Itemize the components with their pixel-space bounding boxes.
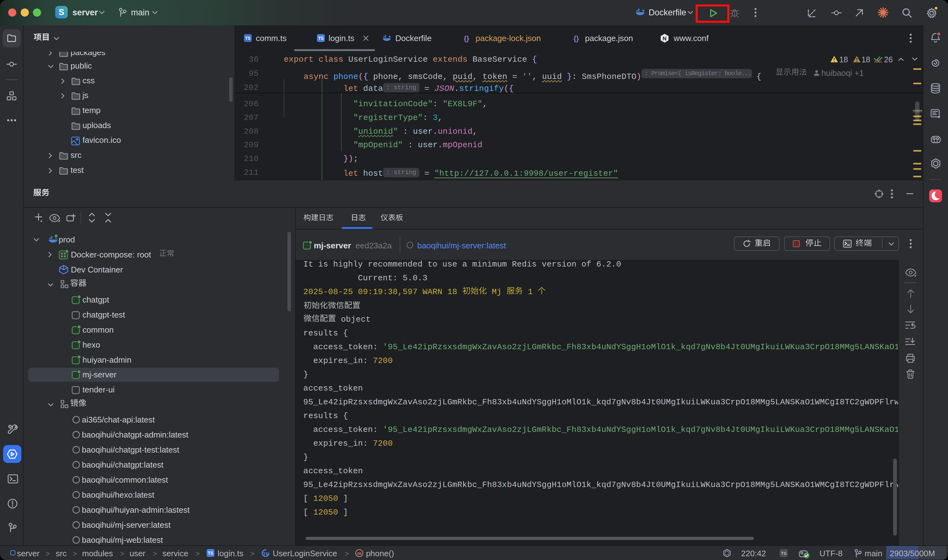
svg-text:m: m [357,551,361,556]
svg-text:TS: TS [263,552,269,556]
svg-text:N: N [663,36,667,42]
svg-text:{}: {} [464,34,469,42]
svg-text:TS: TS [208,551,213,555]
svg-text:TS: TS [781,551,787,556]
svg-text:TS: TS [245,36,251,41]
svg-text:{}: {} [573,34,579,42]
svg-text:TS: TS [318,36,324,41]
